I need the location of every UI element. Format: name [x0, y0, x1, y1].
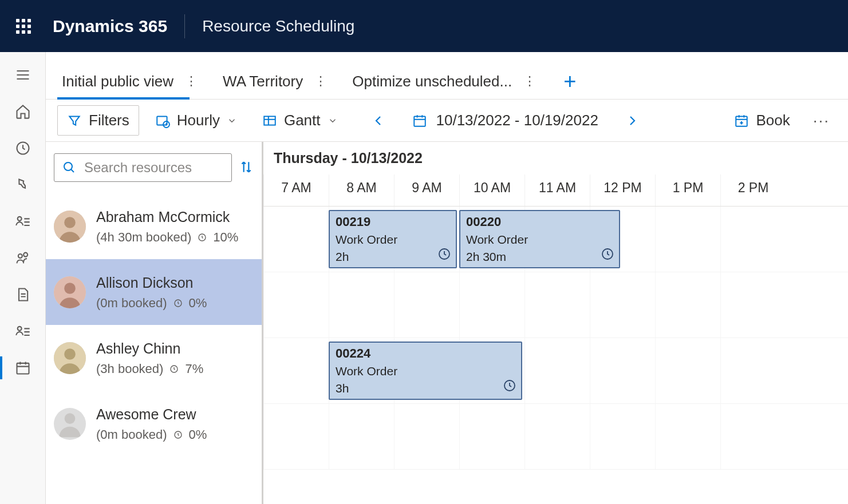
- document-icon[interactable]: [15, 287, 31, 303]
- book-button[interactable]: Book: [725, 106, 799, 135]
- resource-name: Awesome Crew: [96, 406, 207, 423]
- people-pair-icon[interactable]: [15, 250, 31, 266]
- svg-point-21: [65, 413, 76, 424]
- timeline-row[interactable]: 00224 Work Order 3h: [263, 338, 848, 404]
- resource-row[interactable]: Allison Dickson(0m booked)0%: [46, 259, 262, 325]
- search-input[interactable]: Search resources: [54, 153, 232, 182]
- resource-meta: (0m booked)0%: [96, 296, 207, 311]
- tab-label: WA Territory: [223, 73, 303, 90]
- svg-point-2: [18, 254, 22, 258]
- view-label: Gantt: [284, 112, 321, 129]
- timeline-row[interactable]: [263, 404, 848, 470]
- left-rail: [0, 52, 46, 504]
- timeline-row[interactable]: [263, 272, 848, 338]
- resource-list: Abraham McCormick(4h 30m booked)10%Allis…: [46, 193, 262, 504]
- timeline-hour-row: 7 AM8 AM9 AM10 AM11 AM12 PM1 PM2 PM: [263, 174, 848, 206]
- tab-bar: Initial public view⋮WA Territory⋮Optimiz…: [46, 52, 848, 100]
- svg-point-1: [17, 217, 21, 221]
- filters-label: Filters: [89, 112, 129, 129]
- timeline[interactable]: Thursday - 10/13/2022 7 AM8 AM9 AM10 AM1…: [263, 142, 848, 504]
- app-launcher-icon[interactable]: [11, 14, 36, 38]
- resource-row[interactable]: Abraham McCormick(4h 30m booked)10%: [46, 193, 262, 259]
- clock-icon: [503, 379, 516, 394]
- brand-title: Dynamics 365: [53, 17, 167, 36]
- resource-meta: (4h 30m booked)10%: [96, 230, 238, 245]
- divider: [184, 14, 185, 38]
- resource-name: Ashley Chinn: [96, 340, 203, 357]
- timeline-body: 00219 Work Order 2h 00220 Work Order 2h …: [263, 207, 848, 470]
- tab-2[interactable]: Optimize unscheduled...⋮: [348, 64, 545, 99]
- avatar: [54, 408, 86, 440]
- svg-point-11: [64, 162, 72, 170]
- timescale-dropdown[interactable]: Hourly: [146, 106, 246, 135]
- date-range-text: 10/13/2022 - 10/19/2022: [436, 112, 598, 129]
- svg-rect-5: [17, 363, 29, 374]
- booking-block[interactable]: 00220 Work Order 2h 30m: [459, 210, 620, 268]
- resource-row[interactable]: Awesome Crew(0m booked)0%: [46, 391, 262, 457]
- tab-0[interactable]: Initial public view⋮: [57, 64, 207, 99]
- prev-range-button[interactable]: [365, 108, 392, 134]
- timeline-hour-cell: 10 AM: [459, 174, 524, 206]
- resource-meta: (3h booked)7%: [96, 362, 203, 376]
- svg-rect-9: [414, 116, 425, 126]
- pin-icon[interactable]: [15, 177, 31, 193]
- resource-row[interactable]: Ashley Chinn(3h booked)7%: [46, 325, 262, 391]
- calendar-icon[interactable]: [15, 360, 31, 376]
- svg-rect-6: [157, 116, 167, 125]
- home-icon[interactable]: [15, 104, 31, 120]
- tab-menu-icon[interactable]: ⋮: [180, 72, 202, 91]
- timeline-hour-cell: 12 PM: [590, 174, 655, 206]
- resource-name: Allison Dickson: [96, 275, 207, 291]
- next-range-button[interactable]: [619, 108, 645, 134]
- avatar: [54, 211, 86, 243]
- search-placeholder: Search resources: [84, 160, 192, 176]
- timeline-row[interactable]: 00219 Work Order 2h 00220 Work Order 2h …: [263, 207, 848, 272]
- filters-button[interactable]: Filters: [57, 105, 139, 136]
- timeline-hour-cell: 8 AM: [329, 174, 394, 206]
- date-range-picker[interactable]: 10/13/2022 - 10/19/2022: [403, 106, 608, 135]
- timescale-label: Hourly: [177, 112, 220, 129]
- svg-point-4: [17, 327, 21, 331]
- svg-rect-8: [264, 116, 275, 125]
- timeline-hour-cell: 7 AM: [263, 174, 329, 206]
- module-title: Resource Scheduling: [202, 17, 354, 35]
- avatar: [54, 342, 86, 374]
- timeline-day-label: Thursday - 10/13/2022: [263, 142, 848, 174]
- booking-block[interactable]: 00219 Work Order 2h: [329, 210, 457, 268]
- booking-block[interactable]: 00224 Work Order 3h: [329, 342, 522, 400]
- svg-point-13: [64, 217, 76, 228]
- clock-icon[interactable]: [15, 140, 31, 156]
- avatar: [54, 276, 86, 308]
- sort-button[interactable]: [239, 160, 254, 176]
- timeline-hour-cell: 11 AM: [524, 174, 590, 206]
- resource-panel: Search resources Abraham McCormick(4h 30…: [46, 142, 263, 504]
- timeline-hour-cell: 9 AM: [394, 174, 459, 206]
- tab-1[interactable]: WA Territory⋮: [218, 64, 336, 99]
- view-dropdown[interactable]: Gantt: [253, 106, 347, 135]
- clock-icon: [601, 247, 614, 263]
- timeline-hour-cell: 2 PM: [720, 174, 786, 206]
- toolbar: Filters Hourly Gantt 10/13/2022 - 10/19/…: [46, 100, 848, 142]
- tab-menu-icon[interactable]: ⋮: [310, 72, 332, 91]
- hamburger-menu-icon[interactable]: [15, 67, 31, 83]
- people-list-icon[interactable]: [15, 213, 31, 229]
- svg-point-19: [64, 348, 76, 360]
- resource-name: Abraham McCormick: [96, 209, 238, 225]
- clock-icon: [437, 247, 451, 263]
- add-tab-button[interactable]: +: [557, 69, 583, 94]
- book-label: Book: [756, 112, 790, 129]
- timeline-hour-cell: 1 PM: [655, 174, 720, 206]
- toolbar-overflow-button[interactable]: ···: [806, 112, 837, 130]
- resource-meta: (0m booked)0%: [96, 427, 207, 442]
- tab-label: Initial public view: [62, 73, 173, 90]
- svg-point-3: [23, 253, 27, 257]
- tab-label: Optimize unscheduled...: [352, 73, 512, 90]
- svg-point-16: [64, 283, 76, 294]
- people-list2-icon[interactable]: [15, 323, 31, 339]
- tab-menu-icon[interactable]: ⋮: [519, 72, 541, 91]
